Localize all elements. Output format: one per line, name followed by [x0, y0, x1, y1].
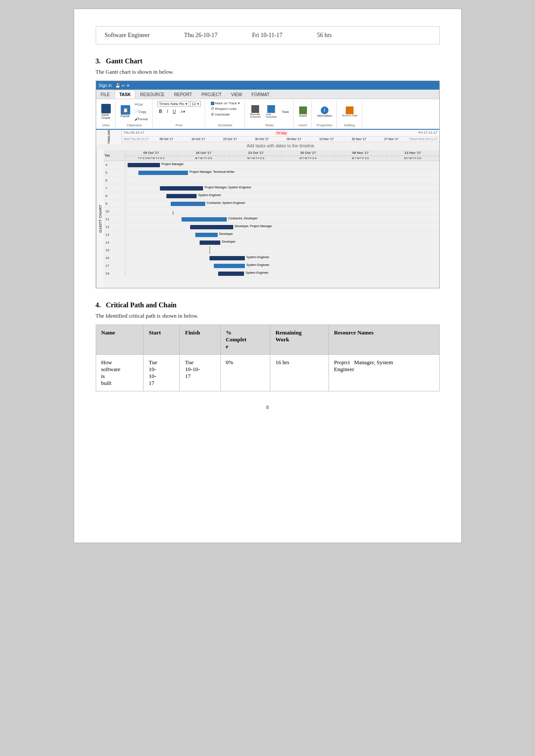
scroll-to-task-button[interactable]: Scroll to Task	[340, 105, 359, 118]
bold-button[interactable]: B	[157, 108, 164, 115]
gantt-row-num-5: 5	[104, 170, 125, 175]
gantt-row-6: 6	[104, 177, 439, 184]
gantt-bar-label-8: System Engineer	[197, 194, 221, 197]
gantt-row-chart-14: Developer	[125, 239, 439, 246]
gantt-bar-5	[138, 171, 188, 175]
critical-path-table: Name Start Finish %Complete RemainingWor…	[96, 325, 440, 391]
week-header-5: 06 Nov '17	[335, 150, 387, 156]
auto-schedule-icon	[267, 105, 275, 113]
font-family-selector[interactable]: Times New Ro▾	[157, 101, 189, 107]
col-name: Name	[96, 325, 144, 355]
copy-button[interactable]: 📄 Copy	[133, 108, 150, 115]
underline-button[interactable]: U	[171, 108, 178, 115]
gantt-bar-14	[200, 241, 220, 245]
task-button[interactable]: Task	[280, 109, 291, 115]
table-row: Howsoftwareisbuilt Tue10-10-17 Tue10-10-…	[96, 355, 439, 391]
respect-links-icon: ↺	[211, 106, 214, 111]
cell-remaining: 16 hrs	[270, 355, 329, 391]
day-header-6: M T W T F S S	[387, 156, 439, 160]
timeline-wrapper: TIMELINE Thu 05-10-17 To day Fri 17-11-1…	[96, 130, 439, 150]
information-button[interactable]: i Information	[315, 105, 334, 119]
start-label: Thu 26-10-17	[184, 32, 217, 39]
ribbon-group-view: GanttChart▾ View	[97, 100, 116, 128]
cell-complete: 0%	[220, 355, 270, 391]
gantt-bar-11	[181, 217, 227, 222]
gantt-row-num-14: 14	[104, 240, 125, 245]
section3-number: 3.	[96, 57, 101, 65]
gantt-bar-label-17: System Engineer	[246, 263, 269, 266]
sign-in-label[interactable]: Sign in	[99, 83, 112, 88]
timeline-dates-row: Start Thu 05-10-17 09 Oct '17 16 Oct '17…	[122, 137, 439, 142]
tab-project[interactable]: PROJECT	[197, 90, 226, 99]
page: Software Engineer Thu 26-10-17 Fri 10-11…	[74, 9, 462, 543]
ribbon-tabs[interactable]: FILE TASK RESOURCE REPORT PROJECT VIEW F…	[96, 90, 439, 99]
section3-title: Gantt Chart	[106, 57, 143, 65]
tl-date-1: 09 Oct '17	[160, 137, 173, 141]
gantt-row-num-18: 18	[104, 271, 125, 276]
col-remaining: RemainingWork	[270, 325, 329, 355]
view-group-label: View	[102, 123, 110, 127]
day-header-2: M T W T F S S	[178, 156, 230, 160]
respect-links-label: Respect Links	[215, 107, 237, 111]
ribbon-group-schedule: Mark on Track▾ ↺ Respect Links ⊘ Inactiv…	[206, 100, 245, 128]
gantt-bar-label-4: Project Manager	[161, 162, 184, 166]
italic-button[interactable]: I	[165, 108, 170, 115]
gantt-bar-label-11: Contractor, Developer	[228, 217, 258, 220]
gantt-row-8: 8 System Engineer	[104, 192, 439, 200]
gantt-row-chart-18: System Engineer	[125, 270, 439, 277]
gantt-bar-16	[210, 256, 245, 260]
current-date-label: Thu 05-10-17	[124, 131, 144, 135]
hours-label: 56 hrs	[317, 32, 332, 39]
font-color-button[interactable]: A▾	[179, 108, 187, 115]
cut-button[interactable]: ✂ Cut	[133, 101, 150, 108]
timeline-content: Thu 05-10-17 To day Fri 17-11-17 Start T…	[122, 130, 439, 150]
ribbon-top-icons: 💾 ↩ ✕	[115, 83, 130, 88]
tab-report[interactable]: REPORT	[169, 90, 197, 99]
gantt-row-num-17: 17	[104, 263, 125, 269]
gantt-row-13: 13 Developer	[104, 231, 439, 239]
gantt-bar-label-18: System Engineer	[245, 271, 269, 274]
gantt-bar-7	[160, 186, 203, 191]
gantt-row-chart-11: Contractor, Developer	[125, 216, 439, 223]
section4-desc: The Identified critical path is shown in…	[96, 312, 440, 319]
finish-label: Finish Wed 29-11-17	[408, 137, 439, 141]
gantt-row-num-13: 13	[104, 232, 125, 237]
section3-desc: The Gantt chart is shown in below.	[96, 69, 440, 75]
manually-schedule-button[interactable]: ManuallySchedule	[248, 104, 263, 119]
insert-button[interactable]: Insert	[297, 105, 309, 119]
paste-button[interactable]: 📋 Paste▾	[119, 104, 132, 119]
respect-links-button[interactable]: ↺ Respect Links	[210, 106, 238, 111]
tab-format[interactable]: FORMAT	[247, 90, 274, 99]
gantt-row-chart-9: Contractor, System Engineer	[125, 200, 439, 207]
timeline-sidebar: TIMELINE	[96, 130, 122, 144]
ribbon-body: GanttChart▾ View 📋 Paste▾ ✂	[96, 99, 439, 130]
gantt-row-chart-13: Developer	[125, 231, 439, 238]
gantt-bar-17	[214, 264, 245, 268]
gantt-week-headers: 09 Oct '17 16 Oct '17 23 Oct '17 30 Oct …	[125, 150, 439, 156]
inactivate-button[interactable]: ⊘ Inactivate	[210, 112, 231, 117]
gantt-row-num-8: 8	[104, 193, 125, 199]
format-painter-button[interactable]: 🖌 Format	[133, 116, 150, 122]
gantt-icon	[101, 104, 111, 113]
information-label: Information	[317, 114, 332, 117]
mark-on-track-button[interactable]: Mark on Track▾	[210, 101, 241, 106]
tab-task[interactable]: TASK	[115, 90, 135, 99]
ribbon-group-tasks: ManuallySchedule AutoSchedule Task Tasks	[246, 100, 294, 128]
tab-file[interactable]: FILE	[96, 90, 115, 99]
tab-resource[interactable]: RESOURCE	[135, 90, 169, 99]
cell-start: Tue10-10-17	[144, 355, 180, 391]
gantt-row-num-4: 4	[104, 162, 125, 168]
gantt-bar-4	[128, 163, 160, 167]
gantt-row-15: 15	[104, 247, 439, 254]
page-number: 8	[96, 404, 440, 411]
gantt-chart-button[interactable]: GanttChart▾	[100, 103, 113, 121]
font-size-selector[interactable]: 12▾	[190, 101, 201, 107]
gantt-bar-13	[195, 233, 218, 237]
auto-schedule-button[interactable]: AutoSchedule	[264, 104, 278, 119]
gantt-bar-label-14: Developer	[221, 240, 236, 243]
gantt-row-num-9: 9	[104, 201, 125, 206]
inactivate-icon: ⊘	[211, 112, 214, 116]
cell-name: Howsoftwareisbuilt	[96, 355, 144, 391]
tab-view[interactable]: VIEW	[226, 90, 247, 99]
tl-date-5: 06 Nov '17	[287, 137, 301, 141]
